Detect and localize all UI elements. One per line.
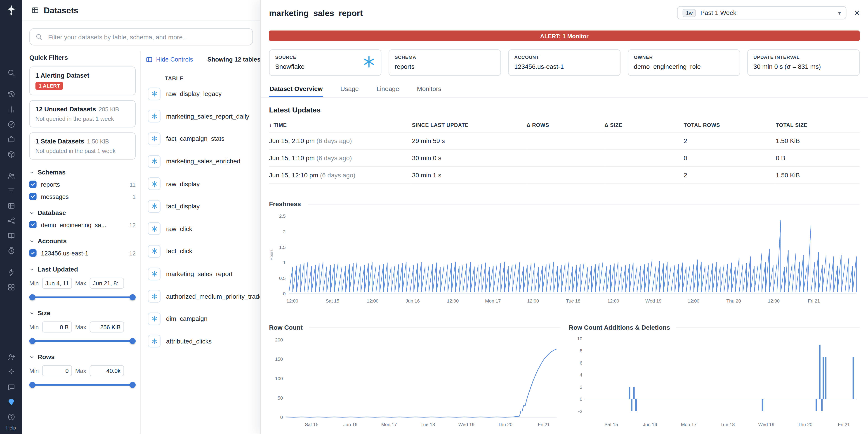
hide-controls-button[interactable]: Hide Controls [146, 56, 193, 63]
column-header-6[interactable]: TOTAL SIZE [776, 119, 860, 133]
table-row[interactable]: fact_display [146, 195, 260, 218]
filter-checkbox-item[interactable]: demo_engineering_sa...12 [29, 221, 135, 228]
sidebar-item-schedules[interactable] [4, 243, 19, 258]
checkbox-checked[interactable] [29, 249, 37, 257]
time-range-chip: 1w [683, 8, 696, 17]
quick-filter-card[interactable]: 1 Alerting Dataset1 ALERT [29, 66, 135, 95]
filter-checkbox-item[interactable]: reports11 [29, 180, 135, 188]
slider-handle-max[interactable] [129, 382, 135, 388]
size-range-slider[interactable] [29, 337, 135, 344]
update-since: 30 min 1 s [412, 167, 527, 184]
sidebar-item-history[interactable] [4, 87, 19, 102]
jobs-icon [7, 135, 16, 144]
tab-usage[interactable]: Usage [340, 81, 359, 97]
tab-dataset-overview[interactable]: Dataset Overview [269, 81, 323, 97]
quick-filter-title: 1 Alerting Dataset [35, 72, 129, 79]
time-range-select[interactable]: 1w Past 1 Week ▾ [677, 6, 846, 20]
table-row[interactable]: fact_click [146, 240, 260, 262]
snowflake-source-icon [148, 335, 160, 348]
column-header-2[interactable]: SINCE LAST UPDATE [412, 119, 527, 133]
filter-checkbox-item[interactable]: messages1 [29, 193, 135, 200]
quick-filter-card[interactable]: 12 Unused Datasets285 KiBNot queried in … [29, 100, 135, 127]
column-header-1[interactable]: ↓ TIME [269, 119, 412, 133]
table-row[interactable]: attributed_clicks [146, 330, 260, 352]
update-row[interactable]: Jun 15, 2:10 pm (6 days ago)29 min 59 s2… [269, 132, 860, 149]
filter-section-header[interactable]: Rows [29, 353, 135, 360]
sidebar-item-assistant[interactable] [4, 365, 19, 379]
slider-handle-max[interactable] [129, 294, 135, 300]
column-header-5[interactable]: TOTAL ROWS [684, 119, 776, 133]
sidebar-item-catalog[interactable] [4, 147, 19, 162]
tab-monitors[interactable]: Monitors [416, 81, 442, 97]
sidebar-item-rules[interactable] [4, 183, 19, 198]
close-panel-button[interactable]: × [854, 8, 860, 18]
svg-text:200: 200 [275, 337, 283, 342]
quick-filter-card[interactable]: 1 Stale Datasets1.50 KiBNot updated in t… [29, 133, 135, 160]
last-updated-max-input[interactable] [90, 278, 124, 289]
checkbox-checked[interactable] [29, 180, 37, 188]
slider-handle-min[interactable] [29, 294, 35, 300]
column-header-4[interactable]: Δ SIZE [604, 119, 684, 133]
sidebar-item-bar-chart[interactable] [4, 102, 19, 117]
sidebar-item-apps[interactable] [4, 280, 19, 295]
range-row: MinMax [29, 365, 135, 376]
sidebar-item-datasets[interactable] [4, 395, 19, 410]
table-name: attributed_clicks [166, 338, 212, 344]
sidebar-item-chat[interactable] [4, 380, 19, 395]
rows-min-input[interactable] [42, 365, 72, 376]
svg-text:Mon 17: Mon 17 [681, 422, 696, 427]
svg-text:Hours: Hours [269, 249, 274, 260]
slider-handle-min[interactable] [29, 338, 35, 344]
size-max-input[interactable] [90, 321, 124, 332]
sidebar-item-users[interactable] [4, 168, 19, 183]
table-row[interactable]: marketing_sales_report [146, 262, 260, 285]
sidebar-item-lineage[interactable] [4, 213, 19, 228]
filter-section-header[interactable]: Database [29, 209, 135, 216]
rows-range-slider[interactable] [29, 381, 135, 388]
table-name: marketing_sales_report [166, 270, 232, 277]
sidebar-item-docs[interactable] [4, 228, 19, 243]
update-ago: (6 days ago) [316, 137, 352, 144]
update-row[interactable]: Jun 15, 1:10 pm (6 days ago)30 min 0 s00… [269, 149, 860, 167]
slider-handle-min[interactable] [29, 382, 35, 388]
size-min-input[interactable] [42, 321, 72, 332]
last-updated-range-slider[interactable] [29, 294, 135, 300]
alert-banner[interactable]: ALERT: 1 Monitor [269, 31, 860, 41]
table-row[interactable]: raw_display [146, 173, 260, 195]
table-row[interactable]: raw_click [146, 218, 260, 240]
filter-checkbox-item[interactable]: 123456.us-east-112 [29, 249, 135, 257]
row-count-label: Row Count [269, 324, 303, 331]
search-input[interactable] [47, 33, 247, 41]
svg-text:0: 0 [280, 414, 283, 420]
help-button[interactable] [4, 410, 19, 425]
sidebar-item-jobs[interactable] [4, 132, 19, 147]
tab-lineage[interactable]: Lineage [376, 81, 400, 97]
update-since: 30 min 0 s [412, 149, 527, 167]
update-row[interactable]: Jun 15, 12:10 pm (6 days ago)30 min 1 s2… [269, 167, 860, 184]
sidebar-item-monitors[interactable] [4, 117, 19, 132]
table-row[interactable]: dim_campaign [146, 308, 260, 330]
filter-section-header[interactable]: Schemas [29, 169, 135, 176]
slider-handle-max[interactable] [129, 338, 135, 344]
sidebar-item-search[interactable] [4, 65, 19, 80]
sidebar-item-tables[interactable] [4, 198, 19, 213]
table-row[interactable]: raw_display_legacy [146, 83, 260, 105]
sidebar-item-invite[interactable] [4, 350, 19, 365]
datasets-icon [7, 398, 16, 406]
svg-text:2: 2 [579, 384, 582, 389]
last-updated-min-input[interactable] [42, 278, 72, 289]
rows-max-input[interactable] [90, 365, 124, 376]
filter-section-header[interactable]: Size [29, 310, 135, 316]
table-row[interactable]: marketing_sales_enriched [146, 150, 260, 172]
filter-section-header[interactable]: Accounts [29, 238, 135, 244]
column-header-3[interactable]: Δ ROWS [526, 119, 604, 133]
sidebar-item-automations[interactable] [4, 265, 19, 280]
checkbox-checked[interactable] [29, 193, 37, 200]
filter-section-header[interactable]: Last Updated [29, 266, 135, 273]
table-row[interactable]: marketing_sales_report_daily [146, 105, 260, 127]
info-card-value: 30 min 0 s (σ = 831 ms) [753, 63, 854, 70]
checkbox-checked[interactable] [29, 221, 37, 228]
app-logo[interactable] [4, 3, 18, 17]
table-row[interactable]: authorized_medium_priority_trade [146, 285, 260, 308]
table-row[interactable]: fact_campaign_stats [146, 127, 260, 150]
